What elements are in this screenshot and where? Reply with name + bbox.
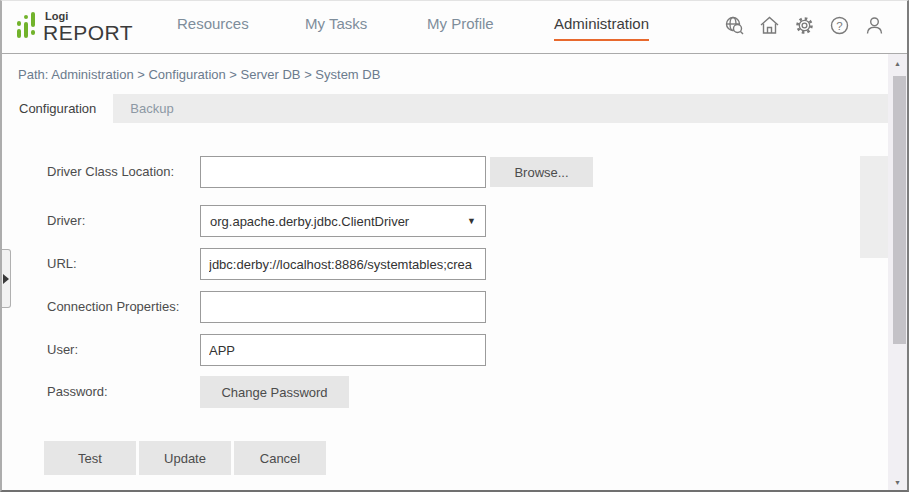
top-navigation-bar: Logi REPORT Resources My Tasks My Profil… [2,1,907,54]
user-icon[interactable] [864,15,885,36]
update-button[interactable]: Update [139,441,231,475]
breadcrumb-path: Path: Administration > Configuration > S… [18,67,380,82]
nav-my-tasks[interactable]: My Tasks [305,15,367,32]
url-input[interactable] [200,248,486,280]
connection-properties-input[interactable] [200,291,486,323]
cancel-button[interactable]: Cancel [234,441,326,475]
search-globe-icon[interactable] [724,15,745,36]
header-icon-group: ? [724,15,885,36]
configuration-form: Driver Class Location: Browse... Driver:… [2,123,889,491]
scrollbar-up-arrow-icon[interactable]: ▲ [888,54,907,72]
home-icon[interactable] [759,15,780,36]
logo-text: Logi REPORT [43,11,133,43]
scrollbar-down-arrow-icon[interactable]: ▼ [888,473,907,491]
help-icon[interactable]: ? [829,15,850,36]
tab-bar: Configuration Backup [2,94,889,123]
tab-configuration[interactable]: Configuration [2,94,113,123]
driver-label: Driver: [47,205,85,237]
test-button[interactable]: Test [44,441,136,475]
nav-administration[interactable]: Administration [554,15,649,41]
user-input[interactable] [200,334,486,366]
right-gray-panel [860,156,889,258]
logireport-logo: Logi REPORT [16,10,133,43]
logo-bars-icon [16,10,39,41]
dropdown-caret-icon: ▼ [467,216,476,226]
sidebar-expand-handle[interactable] [2,249,11,308]
driver-select[interactable]: org.apache.derby.jdbc.ClientDriver ▼ [200,205,486,237]
change-password-button[interactable]: Change Password [200,376,349,408]
driver-select-value: org.apache.derby.jdbc.ClientDriver [210,214,409,229]
tab-backup[interactable]: Backup [113,94,190,123]
nav-resources[interactable]: Resources [177,15,249,32]
question-mark-glyph: ? [836,20,842,32]
logireport-admin-page: Logi REPORT Resources My Tasks My Profil… [0,0,909,492]
url-label: URL: [47,248,77,280]
scrollbar-thumb[interactable] [893,76,906,344]
password-label: Password: [47,376,108,408]
vertical-scrollbar[interactable]: ▲ ▼ [888,54,907,491]
gear-icon[interactable] [794,15,815,36]
user-label: User: [47,334,78,366]
expand-arrow-icon [3,274,9,284]
connection-properties-label: Connection Properties: [47,291,179,323]
nav-my-profile[interactable]: My Profile [427,15,494,32]
driver-class-location-input[interactable] [200,156,486,188]
driver-class-location-label: Driver Class Location: [47,156,174,188]
browse-button[interactable]: Browse... [490,157,593,187]
breadcrumb: Path: Administration > Configuration > S… [2,55,889,94]
